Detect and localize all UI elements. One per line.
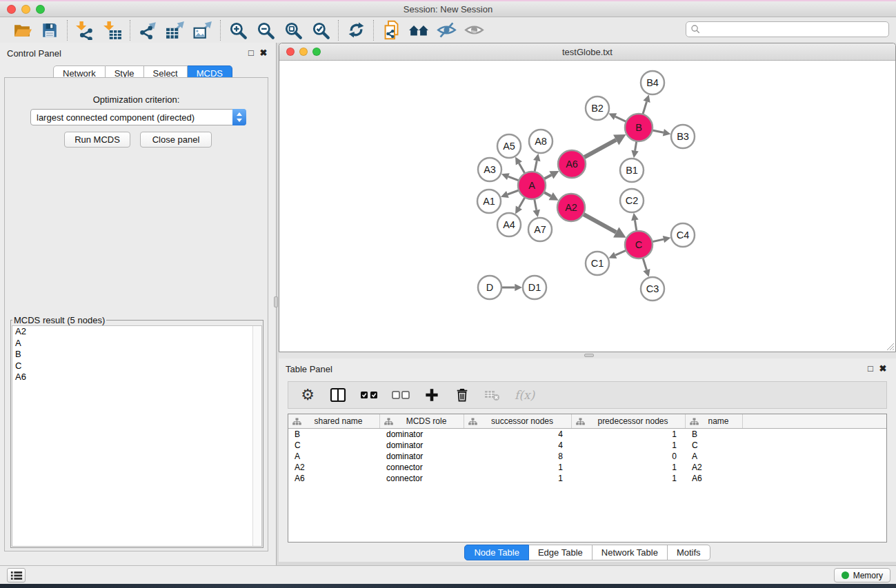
delete-column-button[interactable] bbox=[454, 385, 470, 405]
select-all-button[interactable] bbox=[360, 385, 378, 405]
table-cell[interactable]: connector bbox=[380, 473, 464, 484]
save-session-button[interactable] bbox=[36, 19, 63, 41]
export-table-button[interactable] bbox=[161, 19, 189, 41]
table-cell[interactable]: C bbox=[288, 440, 380, 451]
table-cell[interactable]: connector bbox=[380, 462, 464, 473]
column-header-successor-nodes[interactable]: successor nodes bbox=[464, 414, 572, 428]
table-cell[interactable]: A6 bbox=[686, 473, 743, 484]
main-toolbar bbox=[0, 17, 896, 43]
network-window-title: testGlobe.txt bbox=[279, 47, 895, 57]
resize-grip-icon[interactable] bbox=[886, 342, 894, 350]
add-column-button[interactable] bbox=[424, 385, 440, 405]
search-input[interactable] bbox=[701, 23, 888, 36]
run-mcds-button[interactable]: Run MCDS bbox=[64, 132, 130, 148]
mcds-result-items: A2ABCA6 bbox=[12, 326, 261, 383]
table-row[interactable]: A6connector11A6 bbox=[288, 473, 886, 484]
table-settings-button[interactable]: ⚙ bbox=[299, 385, 316, 405]
folder-open-icon bbox=[13, 21, 32, 39]
refresh-layout-button[interactable] bbox=[342, 19, 370, 41]
table-row[interactable]: Cdominator41C bbox=[288, 440, 886, 451]
float-panel-icon[interactable]: □ bbox=[246, 48, 257, 58]
result-item[interactable]: C bbox=[12, 361, 261, 372]
copy-network-button[interactable] bbox=[377, 19, 405, 41]
close-table-panel-icon[interactable]: ✖ bbox=[877, 363, 888, 374]
table-cell[interactable]: A6 bbox=[288, 473, 380, 484]
column-header-predecessor-nodes[interactable]: predecessor nodes bbox=[572, 414, 686, 428]
table-cell[interactable]: dominator bbox=[380, 429, 464, 440]
mcds-result-list[interactable]: A2ABCA6 bbox=[12, 325, 262, 547]
optimization-criterion-select[interactable]: largest connected component (directed) bbox=[30, 109, 246, 125]
table-cell[interactable]: A bbox=[686, 451, 743, 462]
export-network-button[interactable] bbox=[134, 19, 161, 41]
table-panel: Table Panel □ ✖ ⚙ f(x) shared nameMCDS r… bbox=[279, 358, 896, 562]
close-panel-button[interactable]: Close panel bbox=[140, 132, 212, 148]
network-window-titlebar[interactable]: testGlobe.txt bbox=[279, 43, 895, 61]
node-table[interactable]: shared nameMCDS rolesuccessor nodesprede… bbox=[288, 414, 887, 543]
table-cell[interactable]: dominator bbox=[380, 451, 464, 462]
table-cell[interactable]: 1 bbox=[464, 473, 572, 484]
table-cell[interactable]: dominator bbox=[380, 440, 464, 451]
node-label: B1 bbox=[626, 165, 638, 176]
table-cell[interactable]: 0 bbox=[572, 451, 686, 462]
zoom-fit-button[interactable] bbox=[279, 19, 307, 41]
result-item[interactable]: A2 bbox=[12, 326, 261, 338]
result-item[interactable]: A bbox=[12, 338, 261, 349]
eye-slash-icon bbox=[437, 21, 457, 39]
export-image-button[interactable] bbox=[189, 19, 217, 41]
column-header-shared-name[interactable]: shared name bbox=[288, 414, 380, 428]
result-scrollbar[interactable] bbox=[252, 326, 261, 546]
table-row[interactable]: Bdominator41B bbox=[288, 429, 886, 440]
optimization-criterion-label: Optimization criterion: bbox=[5, 94, 268, 105]
zoom-out-button[interactable] bbox=[252, 19, 279, 41]
function-builder-button[interactable]: f(x) bbox=[515, 385, 535, 405]
split-view-button[interactable] bbox=[330, 385, 346, 405]
table-cell[interactable]: 4 bbox=[464, 429, 572, 440]
network-canvas[interactable]: B4B2BB3A5A8A6B1A3AA1C2A2A4A7C4CC1C3DD1 bbox=[279, 61, 895, 352]
tab-motifs[interactable]: Motifs bbox=[668, 545, 710, 560]
column-header-MCDS-role[interactable]: MCDS role bbox=[380, 414, 464, 428]
search-field[interactable] bbox=[686, 21, 889, 37]
vertical-splitter-handle[interactable] bbox=[274, 296, 278, 307]
table-cell[interactable]: B bbox=[686, 429, 743, 440]
zoom-in-button[interactable] bbox=[224, 19, 252, 41]
column-header-name[interactable]: name bbox=[686, 414, 743, 428]
memory-button[interactable]: Memory bbox=[834, 568, 890, 582]
import-network-button[interactable] bbox=[71, 19, 99, 41]
hide-selected-button[interactable] bbox=[432, 19, 460, 41]
open-file-button[interactable] bbox=[8, 19, 36, 41]
table-cell[interactable]: 1 bbox=[464, 462, 572, 473]
close-panel-icon[interactable]: ✖ bbox=[258, 48, 269, 58]
import-table-button[interactable] bbox=[99, 19, 126, 41]
double-house-icon bbox=[408, 21, 429, 39]
deselect-all-button[interactable] bbox=[392, 385, 410, 405]
table-cell[interactable]: A bbox=[288, 451, 380, 462]
deselect-all-icon bbox=[392, 390, 410, 400]
tab-network-table[interactable]: Network Table bbox=[593, 545, 668, 560]
tab-edge-table[interactable]: Edge Table bbox=[529, 545, 593, 560]
zoom-selected-button[interactable] bbox=[307, 19, 335, 41]
double-house-button[interactable] bbox=[405, 19, 432, 41]
result-item[interactable]: B bbox=[12, 349, 261, 361]
horizontal-splitter[interactable] bbox=[279, 352, 896, 358]
table-row[interactable]: Adominator80A bbox=[288, 451, 886, 462]
mcds-panel-body: Optimization criterion: largest connecte… bbox=[4, 77, 268, 551]
float-table-panel-icon[interactable]: □ bbox=[865, 363, 876, 374]
horizontal-splitter-handle[interactable] bbox=[584, 354, 594, 357]
table-cell[interactable]: B bbox=[288, 429, 380, 440]
table-cell[interactable]: A2 bbox=[288, 462, 380, 473]
table-cell[interactable]: A2 bbox=[686, 462, 743, 473]
table-row[interactable]: A2connector11A2 bbox=[288, 462, 886, 473]
table-cell[interactable]: 1 bbox=[572, 462, 686, 473]
table-cell[interactable]: C bbox=[686, 440, 743, 451]
result-item[interactable]: A6 bbox=[12, 372, 261, 383]
node-label: A6 bbox=[566, 159, 578, 170]
delete-table-button[interactable] bbox=[484, 385, 501, 405]
table-cell[interactable]: 8 bbox=[464, 451, 572, 462]
task-history-button[interactable] bbox=[7, 568, 26, 582]
table-cell[interactable]: 1 bbox=[572, 473, 686, 484]
table-cell[interactable]: 4 bbox=[464, 440, 572, 451]
tab-node-table[interactable]: Node Table bbox=[464, 545, 529, 560]
table-cell[interactable]: 1 bbox=[572, 429, 686, 440]
table-cell[interactable]: 1 bbox=[572, 440, 686, 451]
show-all-button[interactable] bbox=[460, 19, 488, 41]
